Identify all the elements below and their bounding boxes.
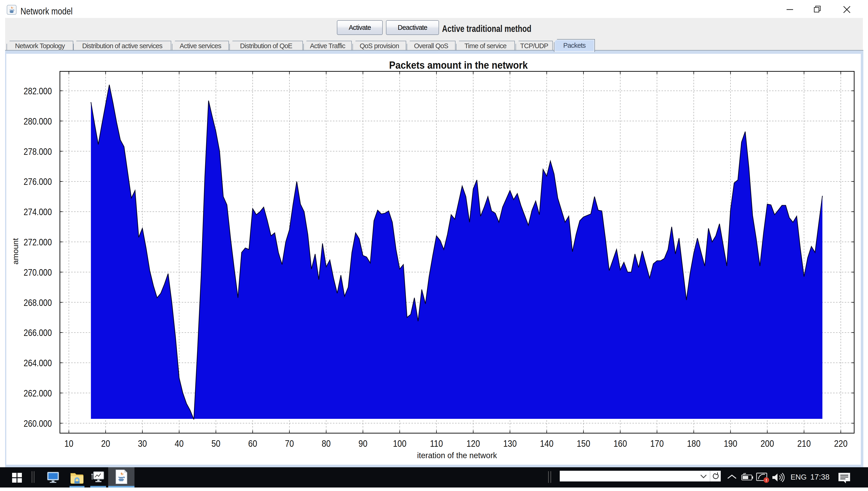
svg-text:!: ! [766,478,767,483]
